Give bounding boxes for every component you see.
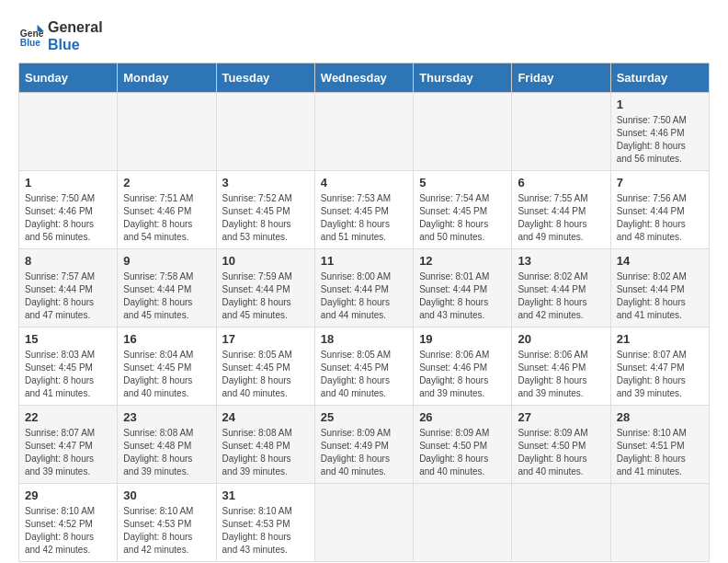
day-content: Sunrise: 7:56 AMSunset: 4:44 PMDaylight:… <box>617 192 703 244</box>
day-number: 21 <box>617 332 703 346</box>
day-number: 28 <box>617 410 703 424</box>
day-header-thursday: Thursday <box>414 63 512 93</box>
day-header-sunday: Sunday <box>19 63 118 93</box>
calendar-cell: 16Sunrise: 8:04 AMSunset: 4:45 PMDayligh… <box>118 327 216 406</box>
calendar-cell <box>19 93 118 171</box>
day-content: Sunrise: 8:02 AMSunset: 4:44 PMDaylight:… <box>617 270 703 322</box>
calendar-cell <box>414 93 512 171</box>
day-number: 20 <box>518 332 604 346</box>
calendar-cell <box>414 484 512 562</box>
day-content: Sunrise: 8:00 AMSunset: 4:44 PMDaylight:… <box>321 270 407 322</box>
day-content: Sunrise: 7:54 AMSunset: 4:45 PMDaylight:… <box>419 192 506 244</box>
calendar-cell: 2Sunrise: 7:51 AMSunset: 4:46 PMDaylight… <box>118 171 216 249</box>
day-content: Sunrise: 8:02 AMSunset: 4:44 PMDaylight:… <box>518 270 604 322</box>
page-header: General Blue General Blue <box>18 18 710 53</box>
day-content: Sunrise: 7:55 AMSunset: 4:44 PMDaylight:… <box>518 192 604 244</box>
day-content: Sunrise: 8:07 AMSunset: 4:47 PMDaylight:… <box>25 427 111 478</box>
calendar-cell <box>512 93 610 171</box>
day-number: 17 <box>222 332 309 346</box>
day-number: 2 <box>123 176 210 190</box>
calendar-cell: 3Sunrise: 7:52 AMSunset: 4:45 PMDaylight… <box>216 171 314 249</box>
day-number: 18 <box>321 332 407 346</box>
day-number: 19 <box>419 332 506 346</box>
calendar-cell <box>314 93 413 171</box>
calendar-cell: 26Sunrise: 8:09 AMSunset: 4:50 PMDayligh… <box>414 406 512 484</box>
day-content: Sunrise: 8:08 AMSunset: 4:48 PMDaylight:… <box>123 427 210 478</box>
calendar-cell: 11Sunrise: 8:00 AMSunset: 4:44 PMDayligh… <box>314 249 413 327</box>
day-number: 7 <box>617 176 703 190</box>
calendar-cell: 4Sunrise: 7:53 AMSunset: 4:45 PMDaylight… <box>314 171 413 249</box>
calendar-cell: 6Sunrise: 7:55 AMSunset: 4:44 PMDaylight… <box>512 171 610 249</box>
calendar-cell <box>512 484 610 562</box>
day-number: 23 <box>123 410 210 424</box>
calendar-cell: 9Sunrise: 7:58 AMSunset: 4:44 PMDaylight… <box>118 249 216 327</box>
calendar-cell: 31Sunrise: 8:10 AMSunset: 4:53 PMDayligh… <box>216 484 314 562</box>
day-header-tuesday: Tuesday <box>216 63 314 93</box>
calendar-cell: 30Sunrise: 8:10 AMSunset: 4:53 PMDayligh… <box>118 484 216 562</box>
calendar-cell: 15Sunrise: 8:03 AMSunset: 4:45 PMDayligh… <box>19 327 118 406</box>
day-number: 22 <box>25 410 111 424</box>
day-number: 6 <box>518 176 604 190</box>
calendar-cell <box>216 93 314 171</box>
calendar-cell <box>314 484 413 562</box>
calendar-week-row: 29Sunrise: 8:10 AMSunset: 4:52 PMDayligh… <box>19 484 710 562</box>
day-content: Sunrise: 8:10 AMSunset: 4:52 PMDaylight:… <box>25 505 111 557</box>
calendar-cell: 7Sunrise: 7:56 AMSunset: 4:44 PMDaylight… <box>610 171 709 249</box>
calendar-cell: 1Sunrise: 7:50 AMSunset: 4:46 PMDaylight… <box>610 93 709 171</box>
day-content: Sunrise: 8:07 AMSunset: 4:47 PMDaylight:… <box>617 349 703 400</box>
day-content: Sunrise: 8:10 AMSunset: 4:53 PMDaylight:… <box>222 505 309 557</box>
day-number: 15 <box>25 332 111 346</box>
day-content: Sunrise: 8:06 AMSunset: 4:46 PMDaylight:… <box>518 349 604 400</box>
day-content: Sunrise: 8:04 AMSunset: 4:45 PMDaylight:… <box>123 349 210 400</box>
calendar-cell <box>118 93 216 171</box>
calendar-header-row: SundayMondayTuesdayWednesdayThursdayFrid… <box>19 63 710 93</box>
day-number: 9 <box>123 254 210 268</box>
calendar-table: SundayMondayTuesdayWednesdayThursdayFrid… <box>18 63 710 562</box>
calendar-cell: 5Sunrise: 7:54 AMSunset: 4:45 PMDaylight… <box>414 171 512 249</box>
day-content: Sunrise: 8:05 AMSunset: 4:45 PMDaylight:… <box>222 349 309 400</box>
day-number: 11 <box>321 254 407 268</box>
calendar-cell: 1Sunrise: 7:50 AMSunset: 4:46 PMDaylight… <box>19 171 118 249</box>
logo-icon: General Blue <box>18 23 44 49</box>
day-content: Sunrise: 7:51 AMSunset: 4:46 PMDaylight:… <box>123 192 210 244</box>
day-number: 30 <box>123 488 210 502</box>
calendar-cell: 20Sunrise: 8:06 AMSunset: 4:46 PMDayligh… <box>512 327 610 406</box>
day-content: Sunrise: 8:10 AMSunset: 4:53 PMDaylight:… <box>123 505 210 557</box>
day-header-saturday: Saturday <box>610 63 709 93</box>
calendar-cell: 19Sunrise: 8:06 AMSunset: 4:46 PMDayligh… <box>414 327 512 406</box>
day-content: Sunrise: 7:57 AMSunset: 4:44 PMDaylight:… <box>25 270 111 322</box>
day-number: 13 <box>518 254 604 268</box>
calendar-cell: 13Sunrise: 8:02 AMSunset: 4:44 PMDayligh… <box>512 249 610 327</box>
day-number: 10 <box>222 254 309 268</box>
calendar-week-row: 1Sunrise: 7:50 AMSunset: 4:46 PMDaylight… <box>19 171 710 249</box>
day-content: Sunrise: 7:58 AMSunset: 4:44 PMDaylight:… <box>123 270 210 322</box>
calendar-cell: 21Sunrise: 8:07 AMSunset: 4:47 PMDayligh… <box>610 327 709 406</box>
day-content: Sunrise: 7:59 AMSunset: 4:44 PMDaylight:… <box>222 270 309 322</box>
calendar-cell: 25Sunrise: 8:09 AMSunset: 4:49 PMDayligh… <box>314 406 413 484</box>
day-header-friday: Friday <box>512 63 610 93</box>
day-number: 5 <box>419 176 506 190</box>
calendar-cell: 10Sunrise: 7:59 AMSunset: 4:44 PMDayligh… <box>216 249 314 327</box>
day-content: Sunrise: 8:08 AMSunset: 4:48 PMDaylight:… <box>222 427 309 478</box>
day-content: Sunrise: 8:09 AMSunset: 4:50 PMDaylight:… <box>518 427 604 478</box>
day-number: 1 <box>25 176 111 190</box>
calendar-cell: 23Sunrise: 8:08 AMSunset: 4:48 PMDayligh… <box>118 406 216 484</box>
day-content: Sunrise: 7:50 AMSunset: 4:46 PMDaylight:… <box>25 192 111 244</box>
day-number: 8 <box>25 254 111 268</box>
calendar-cell: 29Sunrise: 8:10 AMSunset: 4:52 PMDayligh… <box>19 484 118 562</box>
calendar-cell: 22Sunrise: 8:07 AMSunset: 4:47 PMDayligh… <box>19 406 118 484</box>
day-number: 1 <box>617 98 703 111</box>
calendar-cell: 28Sunrise: 8:10 AMSunset: 4:51 PMDayligh… <box>610 406 709 484</box>
day-number: 24 <box>222 410 309 424</box>
day-content: Sunrise: 7:50 AMSunset: 4:46 PMDaylight:… <box>617 114 703 166</box>
day-content: Sunrise: 8:05 AMSunset: 4:45 PMDaylight:… <box>321 349 407 400</box>
calendar-cell: 24Sunrise: 8:08 AMSunset: 4:48 PMDayligh… <box>216 406 314 484</box>
logo: General Blue General Blue <box>18 18 103 53</box>
day-content: Sunrise: 7:52 AMSunset: 4:45 PMDaylight:… <box>222 192 309 244</box>
day-content: Sunrise: 7:53 AMSunset: 4:45 PMDaylight:… <box>321 192 407 244</box>
day-number: 26 <box>419 410 506 424</box>
day-number: 12 <box>419 254 506 268</box>
day-content: Sunrise: 8:03 AMSunset: 4:45 PMDaylight:… <box>25 349 111 400</box>
svg-text:Blue: Blue <box>20 38 41 48</box>
logo-text-blue: Blue <box>48 36 103 53</box>
